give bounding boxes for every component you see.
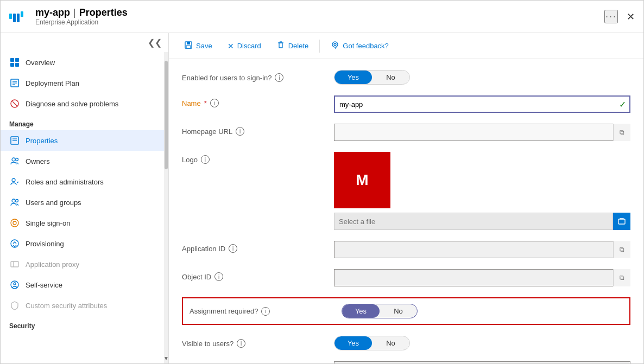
sidebar-item-properties[interactable]: Properties [1,130,164,151]
app-subtitle: Enterprise Application [35,18,128,26]
discard-label: Discard [237,42,261,50]
sidebar-item-proxy: Application proxy [1,254,164,274]
sidebar-self-service-label: Self-service [26,281,62,289]
enabled-signin-toggle: Yes No [334,70,410,85]
sidebar-overview-label: Overview [26,59,55,67]
svg-point-14 [16,158,18,161]
overview-icon [9,57,20,68]
sidebar-diagnose-label: Diagnose and solve problems [26,100,118,108]
title-separator: | [73,7,76,18]
name-info-icon[interactable]: i [210,99,219,107]
assignment-required-info-icon[interactable]: i [261,307,270,316]
svg-rect-28 [279,43,282,48]
logo-file-input[interactable] [334,213,613,230]
save-icon [184,41,193,51]
discard-button[interactable]: ✕ Discard [221,39,268,54]
object-id-row: Object ID i ⧉ [182,269,630,286]
object-id-input[interactable] [334,269,630,286]
application-id-input[interactable] [334,241,630,258]
assignment-required-no-button[interactable]: No [380,304,417,318]
save-button[interactable]: Save [178,37,219,54]
properties-icon [9,135,20,146]
feedback-button[interactable]: Got feedback? [324,37,395,54]
logo-file-row [334,213,630,230]
sidebar-item-deployment[interactable]: Deployment Plan [1,73,164,93]
application-id-info-icon[interactable]: i [229,244,237,253]
svg-point-18 [11,219,18,227]
visible-users-row: Visible to users? i Yes No [182,336,630,350]
application-id-copy-icon[interactable]: ⧉ [613,241,630,258]
assignment-required-label: Assignment required? i [190,307,342,316]
enabled-signin-info-icon[interactable]: i [275,73,283,82]
sidebar-provisioning-label: Provisioning [26,240,64,248]
app-window: my-app | Properties Enterprise Applicati… [0,0,644,364]
content-area: Save ✕ Discard Delete Got f [169,33,643,363]
sidebar-item-users-groups[interactable]: Users and groups [1,192,164,213]
homepage-url-input-wrapper: ⧉ [334,124,630,141]
sidebar-deployment-label: Deployment Plan [26,79,79,87]
more-options-button[interactable]: ··· [604,10,618,23]
assignment-required-yes-button[interactable]: Yes [342,304,380,318]
svg-line-9 [12,101,17,106]
proxy-icon [9,259,20,270]
svg-point-15 [12,178,15,182]
sidebar-item-sso[interactable]: Single sign-on [1,213,164,233]
homepage-url-copy-icon[interactable]: ⧉ [613,124,630,141]
notes-control [334,361,630,363]
svg-rect-3 [15,63,19,67]
visible-users-info-icon[interactable]: i [237,339,245,348]
object-id-copy-icon[interactable]: ⧉ [613,269,630,286]
homepage-url-info-icon[interactable]: i [236,127,244,136]
visible-users-label: Visible to users? i [182,336,334,348]
enabled-signin-yes-button[interactable]: Yes [334,71,372,84]
notes-input[interactable] [334,361,630,363]
application-id-label: Application ID i [182,241,334,253]
app-logo [9,11,23,22]
feedback-icon [331,41,339,51]
logo-container: M [334,152,630,230]
feedback-label: Got feedback? [343,42,389,50]
sidebar-item-self-service[interactable]: Self-service [1,274,164,295]
collapse-sidebar-button[interactable]: ❮❮ [148,37,162,48]
sidebar-item-owners[interactable]: Owners [1,151,164,171]
svg-point-20 [11,240,18,247]
logo-preview: M [334,152,390,208]
object-id-input-wrapper: ⧉ [334,269,630,286]
sidebar-item-roles-admins[interactable]: Roles and administrators [1,171,164,192]
toolbar: Save ✕ Discard Delete Got f [169,33,643,59]
sidebar-item-diagnose[interactable]: Diagnose and solve problems [1,93,164,114]
owners-icon [9,156,20,167]
visible-users-no-button[interactable]: No [372,336,409,350]
homepage-url-label: Homepage URL i [182,124,334,136]
sidebar-item-overview[interactable]: Overview [1,52,164,73]
svg-rect-33 [618,219,625,224]
sidebar-collapse-area: ❮❮ [1,33,168,52]
delete-button[interactable]: Delete [270,37,315,54]
svg-rect-2 [10,63,14,67]
title-bar: my-app | Properties Enterprise Applicati… [1,1,643,33]
form-area: Enabled for users to sign-in? i Yes No N… [169,59,643,363]
logo-file-browse-button[interactable] [613,213,630,230]
application-id-row: Application ID i ⧉ [182,241,630,258]
sidebar-item-custom-security: Custom security attributes [1,295,164,316]
main-layout: ❮❮ Overview D [1,33,643,363]
enabled-signin-control: Yes No [334,70,630,85]
object-id-info-icon[interactable]: i [214,272,223,281]
sidebar-proxy-label: Application proxy [26,260,79,269]
page-title: Properties [79,7,128,18]
assignment-required-row: Assignment required? i Yes No [182,297,630,325]
roles-icon [9,176,20,187]
sidebar-sso-label: Single sign-on [26,219,70,227]
logo-info-icon[interactable]: i [201,155,210,164]
enabled-signin-no-button[interactable]: No [372,71,409,84]
svg-point-31 [332,42,338,47]
homepage-url-input[interactable] [334,124,630,141]
svg-point-19 [13,221,16,225]
svg-rect-26 [187,42,190,44]
close-button[interactable]: ✕ [627,11,635,23]
visible-users-yes-button[interactable]: Yes [334,336,372,350]
homepage-url-row: Homepage URL i ⧉ [182,124,630,141]
name-input[interactable] [334,95,630,113]
sidebar-item-provisioning[interactable]: Provisioning [1,233,164,254]
svg-rect-27 [186,46,191,48]
